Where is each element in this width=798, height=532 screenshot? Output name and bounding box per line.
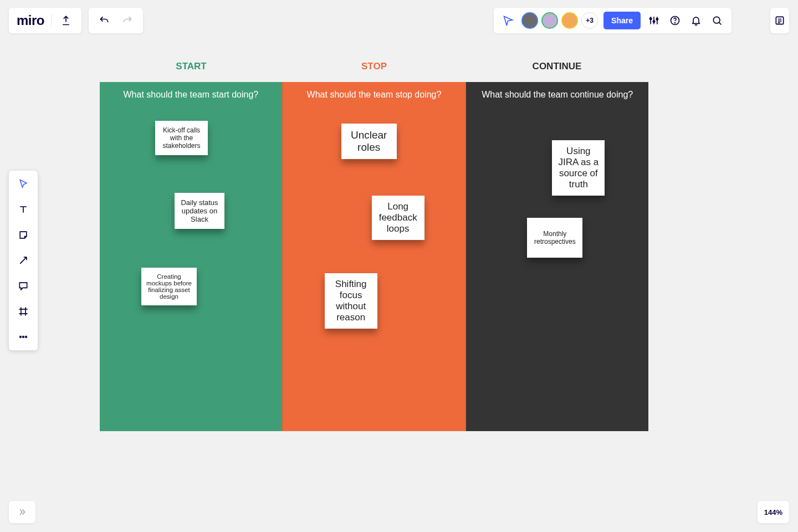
sticky-note[interactable]: Long feedback loops	[372, 196, 424, 240]
collab-cluster: +3 Share	[494, 8, 732, 33]
column-stop[interactable]: What should the team stop doing? Unclear…	[282, 82, 467, 431]
column-headers: START STOP CONTINUE	[100, 55, 648, 82]
svg-point-9	[25, 336, 27, 338]
help-icon[interactable]	[667, 13, 683, 28]
avatar-overflow[interactable]: +3	[581, 12, 598, 29]
share-button[interactable]: Share	[603, 12, 641, 29]
header-stop: STOP	[283, 55, 466, 82]
sticky-note[interactable]: Using JIRA as a source of truth	[552, 140, 605, 196]
presentation-icon[interactable]	[500, 13, 516, 28]
sticky-note[interactable]: Creating mockups before finalizing asset…	[141, 268, 197, 305]
export-icon[interactable]	[58, 13, 74, 28]
sticky-note[interactable]: Daily status updates on Slack	[175, 193, 224, 229]
sticky-note[interactable]: Kick-off calls with the stakeholders	[155, 121, 208, 155]
avatar[interactable]	[561, 12, 578, 29]
undo-redo-cluster	[89, 8, 143, 33]
header-continue: CONTINUE	[466, 55, 648, 82]
arrow-tool[interactable]	[14, 253, 32, 268]
sticky-note[interactable]: Monthly retrospectives	[527, 218, 582, 258]
sticky-note[interactable]: Shifting focus without reason	[325, 273, 377, 329]
column-subtitle: What should the team start doing?	[100, 90, 282, 100]
top-bar: miro +3 Share	[0, 0, 798, 42]
svg-point-8	[23, 336, 24, 338]
comment-tool[interactable]	[14, 278, 32, 294]
column-subtitle: What should the team continue doing?	[466, 90, 648, 100]
bell-icon[interactable]	[688, 13, 704, 28]
search-icon[interactable]	[709, 13, 725, 28]
column-continue[interactable]: What should the team continue doing? Usi…	[466, 82, 648, 431]
collapse-panels-button[interactable]	[9, 501, 35, 523]
retro-board[interactable]: START STOP CONTINUE What should the team…	[100, 55, 648, 431]
redo-icon[interactable]	[120, 13, 135, 28]
undo-icon[interactable]	[96, 13, 112, 28]
zoom-level[interactable]: 144%	[758, 501, 789, 523]
columns: What should the team start doing? Kick-o…	[100, 82, 648, 431]
sticky-note[interactable]: Unclear roles	[341, 124, 397, 159]
header-start: START	[100, 55, 283, 82]
column-start[interactable]: What should the team start doing? Kick-o…	[100, 82, 282, 431]
svg-point-5	[713, 17, 720, 23]
select-tool[interactable]	[14, 176, 32, 192]
toolbox	[9, 171, 38, 350]
svg-point-4	[675, 23, 676, 23]
text-tool[interactable]	[14, 202, 32, 217]
app-logo: miro	[17, 13, 44, 28]
svg-point-7	[20, 336, 22, 338]
column-subtitle: What should the team stop doing?	[283, 90, 466, 100]
avatar-stack: +3	[521, 12, 598, 29]
avatar[interactable]	[541, 12, 558, 29]
sticky-note-tool[interactable]	[14, 227, 32, 243]
divider	[51, 14, 52, 27]
logo-cluster: miro	[9, 8, 81, 33]
avatar[interactable]	[521, 12, 538, 29]
frame-tool[interactable]	[14, 304, 32, 319]
notes-panel-button[interactable]	[770, 8, 789, 33]
more-tools[interactable]	[14, 329, 32, 345]
settings-icon[interactable]	[646, 13, 662, 28]
